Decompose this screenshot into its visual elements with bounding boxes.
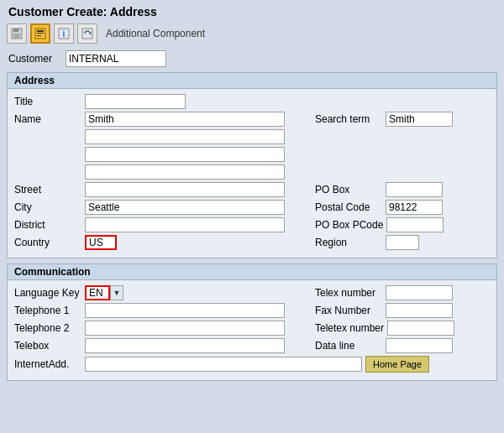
name-input-2[interactable] [85,129,285,144]
fax-number-row: Fax Number [315,303,490,318]
customer-input[interactable] [66,50,166,67]
toolbar: i Additional Component [0,22,504,47]
tel2-teletex-row: Telephone 2 Teletex number [14,321,490,338]
search-term-col: Search term [315,112,490,182]
telephone2-input[interactable] [85,321,285,336]
name-search-row: Name [14,112,490,182]
page-container: Customer Create: Address i [0,0,504,381]
svg-rect-4 [37,30,44,32]
internet-add-input[interactable] [85,357,362,372]
telebox-dataline-row: Telebox Data line [14,338,490,356]
name-input-4[interactable] [85,164,285,180]
language-key-button[interactable]: ▼ [110,285,123,300]
svg-text:i: i [63,29,66,39]
telephone1-label: Telephone 1 [14,305,81,316]
svg-rect-5 [37,33,44,34]
name-input-3[interactable] [85,147,285,162]
pobox-col: PO Box [315,182,490,200]
po-box-pcode-input[interactable] [386,217,444,232]
address-section-body: Title Name [8,89,496,258]
po-box-label: PO Box [315,184,382,196]
refresh-button[interactable] [77,23,97,44]
search-term-input[interactable] [386,112,453,127]
country-region-row: Country Region [14,235,490,253]
region-col: Region [315,235,490,253]
street-input[interactable] [85,182,285,197]
po-box-row: PO Box [315,182,490,197]
region-label: Region [315,237,382,248]
country-col: Country [14,235,308,253]
country-row: Country [14,235,308,250]
customer-row: Customer [0,47,504,72]
city-input[interactable] [85,200,285,215]
communication-section-header: Communication [8,264,496,280]
district-label: District [14,219,81,231]
home-page-button[interactable]: Home Page [365,356,429,373]
address-section: Address Title Name [7,72,497,258]
telephone1-row: Telephone 1 [14,303,308,318]
svg-rect-1 [13,29,18,32]
street-label: Street [14,184,81,196]
postal-code-label: Postal Code [315,201,382,213]
name-row3 [14,147,308,162]
city-col: City [14,200,308,217]
save-button[interactable] [7,23,27,44]
telebox-label: Telebox [14,340,81,352]
teletex-input[interactable] [387,321,454,336]
internet-add-label: InternetAdd. [14,358,81,370]
postal-col: Postal Code [315,200,490,217]
district-input[interactable] [85,217,285,232]
communication-section-body: Language Key ▼ Telex number [8,280,496,380]
telex-number-input[interactable] [386,285,453,300]
city-postal-row: City Postal Code [14,200,490,217]
po-box-input[interactable] [386,182,443,197]
info-button[interactable]: i [54,23,74,44]
telebox-input[interactable] [85,338,285,353]
postal-code-row: Postal Code [315,200,490,215]
communication-section: Communication Language Key ▼ Telex numbe… [7,263,497,381]
edit-button[interactable] [30,23,50,44]
telephone1-input[interactable] [85,303,285,318]
telephone2-row: Telephone 2 [14,321,308,336]
search-term-row: Search term [315,112,490,127]
fax-number-input[interactable] [386,303,453,318]
telex-number-row: Telex number [315,285,490,300]
name-row1: Name [14,112,308,127]
name-row4 [14,164,308,180]
title-bar: Customer Create: Address [0,0,504,22]
region-row: Region [315,235,490,250]
dataline-col: Data line [315,338,490,356]
telephone2-label: Telephone 2 [14,322,81,334]
telex-number-label: Telex number [315,287,382,299]
additional-component-label: Additional Component [106,28,205,39]
page-title: Customer Create: Address [8,5,157,18]
region-input[interactable] [386,235,419,250]
street-pobox-row: Street PO Box [14,182,490,200]
language-key-input[interactable] [85,285,110,300]
language-key-row: Language Key ▼ [14,285,308,300]
street-row: Street [14,182,308,197]
title-input[interactable] [85,94,186,109]
country-input[interactable] [85,235,117,250]
teletex-col: Teletex number [315,321,490,338]
teletex-label: Teletex number [315,322,384,334]
data-line-row: Data line [315,338,490,353]
postal-code-input[interactable] [386,200,443,215]
telebox-row: Telebox [14,338,308,353]
lang-col: Language Key ▼ [14,285,308,303]
po-box-pcode-row: PO Box PCode [315,217,490,232]
tel1-col: Telephone 1 [14,303,308,321]
city-label: City [14,201,81,213]
tel2-col: Telephone 2 [14,321,308,338]
title-label: Title [14,96,81,107]
telex-col: Telex number [315,285,490,303]
tel1-fax-row: Telephone 1 Fax Number [14,303,490,321]
name-col: Name [14,112,308,182]
language-key-label: Language Key [14,287,81,299]
name-input-1[interactable] [85,112,285,127]
language-key-group: ▼ [85,285,123,300]
data-line-label: Data line [315,340,382,352]
data-line-input[interactable] [386,338,453,353]
city-row: City [14,200,308,215]
district-row: District [14,217,308,232]
